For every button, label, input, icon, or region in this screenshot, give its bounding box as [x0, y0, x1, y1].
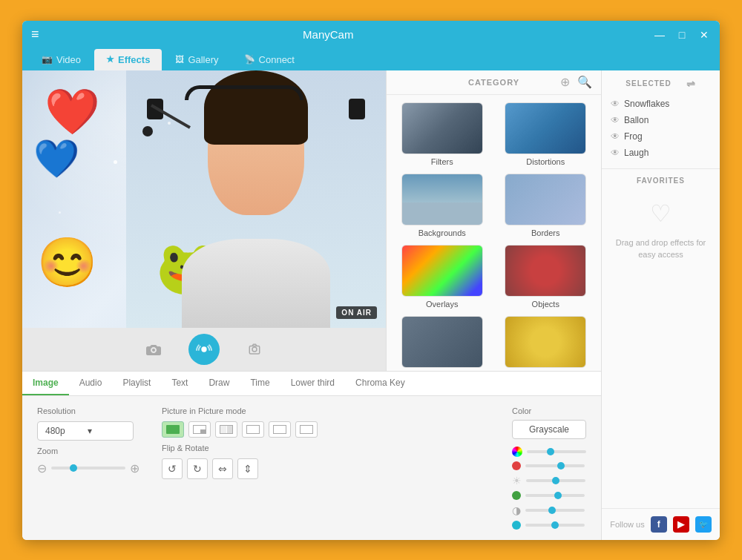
twitter-icon[interactable]: 🐦	[695, 516, 712, 533]
main-content: ❤️ 💙 😊 🐸 ON AIR	[22, 70, 720, 540]
tab-time[interactable]: Time	[240, 372, 280, 395]
facebook-icon[interactable]: f	[651, 516, 667, 533]
pip-mode-4[interactable]	[269, 421, 291, 438]
pip-mode-5[interactable]	[295, 421, 318, 438]
broadcast-button[interactable]	[188, 334, 220, 365]
tab-gallery[interactable]: 🖼 Gallery	[163, 49, 230, 70]
center-area: ❤️ 💙 😊 🐸 ON AIR	[22, 70, 601, 540]
grayscale-button[interactable]: Grayscale	[512, 420, 586, 439]
favorites-text: Drag and drop effects for easy access	[609, 237, 712, 261]
tab-draw[interactable]: Draw	[198, 372, 240, 395]
color-slider-cyan	[512, 521, 586, 530]
effect-borders[interactable]: Borders	[498, 174, 594, 237]
flip-v-button[interactable]: ⇕	[237, 458, 258, 479]
right-panel: SELECTED ⇌ 👁 Snowflakes 👁 Ballon 👁 Frog …	[601, 70, 720, 540]
face-thumbnail	[401, 316, 483, 368]
slider-green[interactable]	[525, 494, 585, 497]
emoji-thumbnail	[505, 316, 586, 368]
effect-filters[interactable]: Filters	[394, 102, 490, 166]
zoom-slider[interactable]	[51, 467, 125, 470]
person-hair	[204, 70, 308, 145]
effects-header: CATEGORY ⊕ 🔍	[387, 70, 601, 95]
selected-snowflakes-label: Snowflakes	[624, 99, 669, 109]
effect-overlays[interactable]: Overlays	[394, 245, 490, 309]
color-dot-cyan	[512, 521, 521, 530]
resolution-group: Resolution 480p ▾ Zoom ⊖ ⊕	[37, 406, 139, 475]
selected-label: SELECTED	[626, 79, 671, 88]
pip-mode-2[interactable]	[215, 421, 237, 438]
rotate-ccw-button[interactable]: ↺	[162, 458, 183, 479]
gallery-tab-icon: 🖼	[175, 54, 184, 65]
slider-brightness[interactable]	[526, 479, 585, 482]
selected-filter-icon[interactable]: ⇌	[686, 78, 696, 90]
app-title: ManyCam	[48, 28, 608, 41]
tab-chroma-key[interactable]: Chroma Key	[345, 372, 416, 395]
search-effects-icon[interactable]: 🔍	[577, 75, 592, 89]
backgrounds-thumbnail	[401, 174, 483, 225]
effects-header-icons: ⊕ 🔍	[560, 75, 592, 89]
effects-grid: Filters Distortions Backgrounds Bor	[387, 95, 601, 371]
rotate-cw-button[interactable]: ↻	[187, 458, 208, 479]
resolution-select[interactable]: 480p ▾	[37, 421, 134, 441]
youtube-icon[interactable]: ▶	[673, 516, 689, 533]
tab-connect[interactable]: 📡 Connect	[232, 49, 306, 70]
overlays-label: Overlays	[426, 300, 458, 309]
bottom-settings: Image Audio Playlist Text Draw Time Lowe…	[22, 371, 601, 540]
emoji-face: 😊	[37, 234, 97, 291]
svg-point-0	[201, 346, 206, 352]
tab-image[interactable]: Image	[22, 372, 69, 395]
zoom-increase-icon[interactable]: ⊕	[130, 461, 139, 475]
tab-audio[interactable]: Audio	[69, 372, 113, 395]
social-links: Follow us f ▶ 🐦	[602, 508, 720, 540]
video-controls	[22, 328, 386, 371]
eye-snowflakes[interactable]: 👁	[611, 99, 620, 109]
maximize-button[interactable]: □	[675, 29, 689, 41]
pip-mode-3[interactable]	[242, 421, 264, 438]
tab-lower-third[interactable]: Lower third	[280, 372, 345, 395]
flip-h-button[interactable]: ⇔	[212, 458, 233, 479]
slider-cyan[interactable]	[525, 524, 585, 527]
connect-tab-icon: 📡	[244, 54, 255, 65]
window-controls: — □ ✕	[653, 29, 711, 41]
effect-emoji[interactable]	[498, 316, 594, 371]
effect-face[interactable]	[394, 316, 490, 371]
slider-contrast[interactable]	[525, 509, 585, 512]
contrast-icon: ◑	[512, 504, 521, 516]
tab-video[interactable]: 📷 Video	[30, 49, 93, 70]
color-slider-green	[512, 491, 586, 500]
color-slider-hue[interactable]	[527, 450, 586, 453]
screenshot-button[interactable]	[242, 337, 267, 362]
menu-icon[interactable]: ≡	[31, 27, 39, 42]
filters-thumbnail	[401, 102, 483, 154]
slider-red[interactable]	[525, 464, 585, 467]
selected-item-snowflakes: 👁 Snowflakes	[609, 96, 712, 112]
title-bar: ≡ ManyCam — □ ✕	[22, 21, 720, 49]
settings-tabs-row: Image Audio Playlist Text Draw Time Lowe…	[22, 372, 601, 396]
zoom-decrease-icon[interactable]: ⊖	[37, 461, 47, 475]
tab-text[interactable]: Text	[161, 372, 198, 395]
eye-laugh[interactable]: 👁	[611, 148, 620, 158]
tab-effects[interactable]: ★ Effects	[94, 49, 162, 70]
eye-ballon[interactable]: 👁	[611, 115, 620, 125]
color-group: Color Grayscale ☀	[512, 406, 586, 530]
zoom-label: Zoom	[37, 447, 139, 455]
tab-playlist[interactable]: Playlist	[112, 372, 161, 395]
borders-thumbnail	[505, 174, 586, 225]
add-effect-icon[interactable]: ⊕	[560, 75, 570, 89]
effect-distortions[interactable]: Distortions	[498, 102, 594, 166]
selected-item-laugh: 👁 Laugh	[609, 145, 712, 161]
headset-right	[349, 99, 365, 119]
minimize-button[interactable]: —	[653, 29, 666, 41]
overlays-thumbnail	[401, 245, 483, 297]
eye-frog[interactable]: 👁	[611, 131, 620, 142]
video-tab-icon: 📷	[42, 54, 53, 65]
distortions-thumbnail	[505, 102, 586, 154]
pip-mode-full[interactable]	[162, 421, 184, 438]
effect-backgrounds[interactable]: Backgrounds	[394, 174, 490, 237]
color-dot-red	[512, 461, 521, 470]
effect-objects[interactable]: Objects	[498, 245, 594, 309]
brightness-icon: ☀	[512, 475, 522, 487]
close-button[interactable]: ✕	[697, 29, 711, 41]
pip-mode-1[interactable]	[188, 421, 211, 438]
camera-icon-button[interactable]	[141, 337, 166, 362]
